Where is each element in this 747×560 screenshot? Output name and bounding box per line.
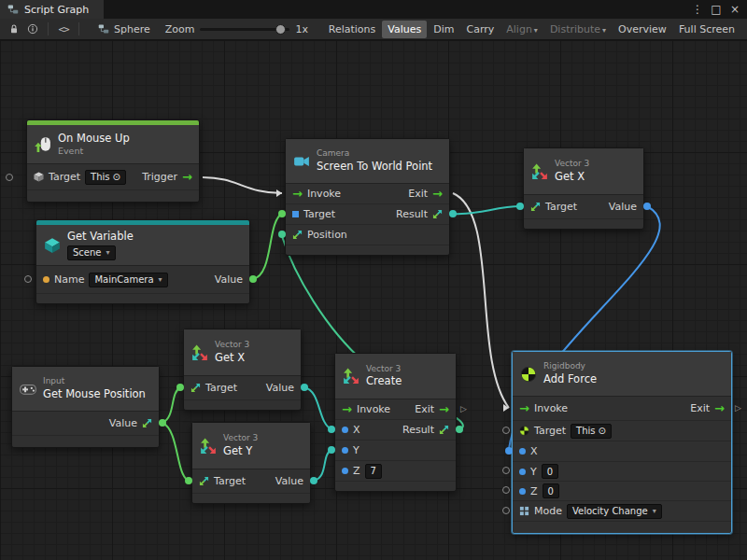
vector3-port-icon[interactable]: [432, 209, 443, 219]
flow-arrow-icon[interactable]: →: [519, 402, 529, 414]
zoom-slider[interactable]: [200, 28, 289, 31]
get-x-top-target-port[interactable]: [516, 203, 524, 210]
graph-toolbar: <> Sphere Zoom 1x Relations Values Dim C…: [0, 19, 747, 40]
node-get-variable[interactable]: Get Variable Scene▾ Name MainCamera▾ Val…: [35, 219, 250, 304]
node-title: Get Mouse Position: [43, 387, 146, 401]
add-force-y-port[interactable]: [502, 467, 510, 474]
vector3-port-icon[interactable]: [142, 418, 152, 428]
float-port-icon[interactable]: [342, 427, 348, 433]
z-value-field[interactable]: 7: [365, 464, 382, 479]
vector3-port-icon[interactable]: [292, 230, 303, 240]
mode-dropdown[interactable]: Velocity Change▾: [567, 504, 662, 519]
get-x-mid-target-port[interactable]: [176, 384, 184, 391]
rigidbody-port-icon[interactable]: [519, 426, 529, 436]
camera-port-icon[interactable]: [292, 211, 299, 217]
flow-arrow-icon[interactable]: →: [439, 403, 449, 415]
vector3-port-icon[interactable]: [199, 476, 209, 486]
code-view-button[interactable]: <>: [54, 21, 73, 37]
chevron-down-icon: ▾: [653, 507, 656, 515]
target-self-chip[interactable]: This⊙: [571, 424, 612, 439]
zoom-slider-handle[interactable]: [275, 24, 286, 35]
get-y-target-port[interactable]: [185, 477, 192, 484]
carry-button[interactable]: Carry: [460, 21, 500, 38]
target-self-chip[interactable]: This⊙: [85, 170, 126, 185]
flow-arrow-icon[interactable]: →: [432, 188, 443, 200]
y-value-field[interactable]: 0: [542, 464, 558, 479]
node-footer: [524, 219, 643, 229]
node-get-mouse-position[interactable]: Input Get Mouse Position Value: [11, 366, 160, 448]
lock-button[interactable]: [5, 21, 23, 37]
node-header: Vector 3 Create: [335, 354, 456, 399]
variable-name-dropdown[interactable]: MainCamera▾: [89, 273, 167, 287]
node-title: Screen To World Point: [317, 160, 432, 174]
get-y-value-port[interactable]: [310, 477, 317, 484]
get-x-top-value-port[interactable]: [643, 203, 651, 210]
flow-arrow-icon[interactable]: →: [292, 188, 303, 200]
node-get-x-mid[interactable]: Vector 3 Get X Target Value: [183, 329, 302, 411]
maximize-icon[interactable]: □: [707, 0, 726, 19]
add-force-target-port[interactable]: [502, 427, 510, 434]
node-screen-to-world-point[interactable]: Camera Screen To World Point → Invoke Ex…: [285, 138, 450, 256]
node-get-y[interactable]: Vector 3 Get Y Target Value: [191, 422, 311, 504]
add-force-mode-port[interactable]: [502, 507, 510, 514]
vector3-port-icon[interactable]: [530, 202, 541, 212]
code-icon: <>: [58, 23, 68, 35]
relations-button[interactable]: Relations: [323, 21, 382, 38]
create-x-port[interactable]: [328, 426, 335, 433]
vector3-port-icon[interactable]: [439, 425, 449, 435]
stwp-position-port[interactable]: [278, 231, 286, 238]
z-value-field[interactable]: 0: [543, 483, 559, 498]
node-title: Get Y: [223, 444, 258, 458]
mouse-position-value-port[interactable]: [159, 419, 166, 427]
align-button[interactable]: Align▾: [500, 21, 543, 38]
get-x-mid-value-port[interactable]: [301, 384, 308, 391]
flow-arrow-icon[interactable]: →: [342, 403, 352, 415]
graph-context[interactable]: Sphere: [98, 23, 150, 35]
add-force-x-port[interactable]: [505, 447, 513, 455]
value-port-label: Value: [109, 417, 137, 429]
info-button[interactable]: [23, 21, 42, 37]
window-menu-icon[interactable]: ⋮: [688, 0, 707, 19]
stwp-result-port[interactable]: [449, 210, 457, 217]
float-port-icon[interactable]: [519, 488, 526, 495]
create-result-port[interactable]: [456, 426, 463, 433]
stwp-target-port[interactable]: [278, 210, 286, 217]
add-force-z-port[interactable]: [502, 486, 510, 494]
flow-arrow-icon[interactable]: →: [714, 402, 725, 414]
exit-port-label: Exit: [415, 403, 434, 415]
distribute-button[interactable]: Distribute▾: [544, 21, 612, 38]
add-force-exit-port[interactable]: ▷: [735, 404, 741, 413]
get-variable-name-port[interactable]: [24, 275, 32, 283]
port-row: X: [513, 441, 731, 462]
node-create-vector3[interactable]: Vector 3 Create → Invoke Exit → X Result…: [334, 353, 457, 492]
float-port-icon[interactable]: [519, 448, 526, 455]
invoke-port-label: Invoke: [307, 188, 341, 200]
wire-trigger-to-invoke: [203, 177, 282, 193]
fullscreen-button[interactable]: Full Screen: [673, 21, 740, 38]
close-icon[interactable]: ×: [726, 0, 744, 19]
tab-script-graph[interactable]: Script Graph: [0, 0, 104, 19]
flow-arrow-icon[interactable]: →: [182, 171, 192, 183]
float-port-icon[interactable]: [342, 447, 348, 454]
node-footer: [27, 190, 199, 202]
enum-port-icon[interactable]: [519, 506, 529, 516]
float-port-icon[interactable]: [342, 468, 348, 474]
variable-scope-dropdown[interactable]: Scene▾: [67, 245, 116, 260]
vector3-port-icon[interactable]: [190, 383, 201, 393]
node-header: Camera Screen To World Point: [286, 139, 449, 184]
on-mouse-up-target-port[interactable]: [6, 174, 13, 181]
float-port-icon[interactable]: [519, 469, 526, 475]
values-button[interactable]: Values: [382, 21, 427, 38]
string-port-icon[interactable]: [43, 276, 49, 283]
graph-canvas[interactable]: On Mouse Up Event Target This⊙ Trigger →…: [0, 40, 747, 560]
value-port-label: Value: [275, 475, 303, 487]
node-on-mouse-up[interactable]: On Mouse Up Event Target This⊙ Trigger →: [26, 119, 200, 203]
target-port-label: Target: [545, 201, 577, 213]
node-get-x-top[interactable]: Vector 3 Get X Target Value: [523, 147, 644, 230]
node-add-force[interactable]: Rigidbody Add Force → Invoke Exit → Targ…: [512, 351, 732, 534]
overview-button[interactable]: Overview: [613, 21, 672, 38]
create-y-port[interactable]: [328, 446, 335, 454]
create-exit-port[interactable]: ▷: [460, 405, 467, 413]
get-variable-value-port[interactable]: [249, 275, 257, 283]
dim-button[interactable]: Dim: [428, 21, 459, 38]
